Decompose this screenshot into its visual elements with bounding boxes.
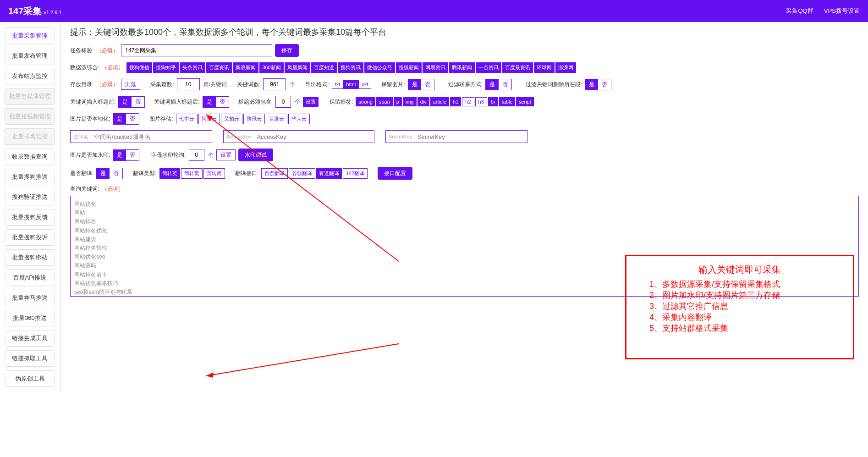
tag-chip[interactable]: h3 [475,97,487,106]
cloud-option[interactable]: 百度云 [266,114,287,124]
tag-chip[interactable]: span [376,97,393,106]
wm-rotate-suffix: 个 [208,151,214,159]
sidebar-item[interactable]: 批量采集管理 [5,28,55,44]
keeppic-label: 保留图片: [381,81,405,88]
source-chip[interactable]: 凤凰新闻 [285,62,310,73]
cloud-option[interactable]: 华为云 [288,114,310,124]
accesskey-prefix: AccessKey [224,134,254,139]
img-local-toggle[interactable]: 是否 [113,113,139,125]
source-chip[interactable]: 百度最资讯 [502,62,533,73]
format-option[interactable]: html [343,80,358,89]
translate-type-label: 翻译类型: [133,170,156,177]
sidebar-item[interactable]: 批量搜狗推送 [5,169,55,185]
source-chip[interactable]: 环球网 [534,62,555,73]
source-chip[interactable]: 搜狗微信 [126,62,152,73]
tag-chip[interactable]: div [418,97,429,106]
filter-contact-toggle[interactable]: 是否 [485,79,512,90]
watermark-label: 图片是否加水印: [70,151,110,159]
keeppic-toggle[interactable]: 是否 [408,79,434,90]
space-prefix: 空间名 [71,133,91,140]
format-options: txthtmlxxf [332,80,371,89]
tag-chip[interactable]: script [516,97,533,106]
iface-config-button[interactable]: 接口配置 [378,167,412,180]
tag-chip[interactable]: img [403,97,417,106]
must-contain-input[interactable] [275,96,291,108]
browse-button[interactable]: 浏览 [121,79,140,90]
translate-type-option[interactable]: 英转简 [203,168,225,179]
cloud-option[interactable]: 腾讯云 [243,114,265,124]
secretkey-input[interactable] [415,131,527,143]
sidebar-item[interactable]: 链接抓取工具 [5,350,55,367]
img-local-label: 图片是否本地化: [70,115,110,123]
watermark-toggle[interactable]: 是否 [113,149,139,161]
translate-toggle[interactable]: 是否 [96,168,123,179]
filter-kw-label: 过滤关键词删除所在段: [526,81,582,88]
source-chip[interactable]: 搜狐新闻 [396,62,422,73]
source-chip[interactable]: 360新闻 [259,62,283,73]
tag-chip[interactable]: table [499,97,516,106]
sidebar-item[interactable]: 批量神马推送 [5,290,55,306]
source-chip[interactable]: 微信公众号 [364,62,395,73]
source-chip[interactable]: 腾讯新闻 [449,62,475,73]
save-button[interactable]: 保存 [275,44,299,57]
filter-kw-toggle[interactable]: 是否 [585,79,611,90]
source-chip[interactable]: 百度知道 [311,62,337,73]
tag-chip[interactable]: h1 [450,97,461,106]
wm-set-button[interactable]: 设置 [216,149,236,160]
link-qq-group[interactable]: 采集QQ群 [786,7,813,14]
source-chip[interactable]: 网易资讯 [423,62,448,73]
translate-iface-option[interactable]: 有道翻译 [316,168,342,179]
sidebar-item[interactable]: 搜狗验证推送 [5,189,55,205]
cloud-option[interactable]: 阿里云 [198,114,220,124]
sidebar-item[interactable]: 伪原创工具 [5,370,55,387]
source-chip[interactable]: 百度资讯 [206,62,232,73]
source-chip[interactable]: 新浪新闻 [233,62,258,73]
sidebar-item[interactable]: 批量搜狗反馈 [5,209,55,226]
source-chip[interactable]: 搜狗知乎 [153,62,179,73]
translate-iface-option[interactable]: 谷歌翻译 [289,168,315,179]
task-title-label: 任务标题: [70,47,93,55]
sources-list: 搜狗微信搜狗知乎头条资讯百度资讯新浪新闻360新闻凤凰新闻百度知道搜狗资讯微信公… [126,62,576,73]
keywords-textarea[interactable] [70,196,859,297]
brand-name: 147采集 [8,5,42,17]
translate-iface-option[interactable]: 百度翻译 [261,168,288,179]
kwcount-input[interactable] [263,78,286,90]
sidebar-item[interactable]: 批量搜狗投诉 [5,229,55,246]
accesskey-input[interactable] [254,131,374,143]
wm-rotate-label: 字母水印轮询: [151,151,186,159]
tag-chip[interactable]: br [488,97,498,106]
wm-test-button[interactable]: 水印调试 [238,149,273,161]
sidebar-item[interactable]: 批量发布管理 [5,48,55,64]
sidebar-item[interactable]: 发布站点监控 [5,68,55,84]
cloud-option[interactable]: 又拍云 [221,114,242,124]
source-chip[interactable]: 搜狗资讯 [338,62,363,73]
source-chip[interactable]: 一点资讯 [476,62,501,73]
count-input[interactable] [177,78,200,90]
translate-iface-option[interactable]: 147翻译 [343,168,368,179]
translate-type-option[interactable]: 简转繁 [181,168,203,179]
source-chip[interactable]: 澎湃网 [555,62,576,73]
must-set-button[interactable]: 设置 [303,97,319,107]
link-vps-dial[interactable]: VPS拨号设置 [824,7,860,14]
space-input[interactable] [91,131,212,143]
insert-before-toggle[interactable]: 是否 [118,96,145,108]
sidebar-item[interactable]: 批量搜狗绑站 [5,249,55,266]
insert-after-toggle[interactable]: 是否 [203,96,229,108]
tag-chip[interactable]: p [394,97,402,106]
sidebar-item[interactable]: 批量360推送 [5,310,55,326]
wm-rotate-input[interactable] [189,149,204,161]
task-title-input[interactable] [121,44,272,56]
translate-type-option[interactable]: 简转英 [159,168,180,179]
hint-text: 提示：关键词数最多1000个，采集数据源多个轮训，每个关键词最多采集10篇每个平… [70,27,859,38]
sidebar-item[interactable]: 链接生成工具 [5,330,55,347]
source-chip[interactable]: 头条资讯 [180,62,205,73]
tag-chip[interactable]: strong [356,97,375,106]
sidebar-item[interactable]: 百度API推送 [5,270,55,286]
tag-chip[interactable]: h2 [462,97,474,106]
tag-chip[interactable]: article [430,97,449,106]
img-store-label: 图片存储: [149,115,173,123]
format-option[interactable]: xxf [358,80,371,89]
cloud-option[interactable]: 七牛云 [176,114,198,124]
sidebar-item[interactable]: 收录数据查询 [5,149,55,165]
format-option[interactable]: txt [332,80,344,89]
